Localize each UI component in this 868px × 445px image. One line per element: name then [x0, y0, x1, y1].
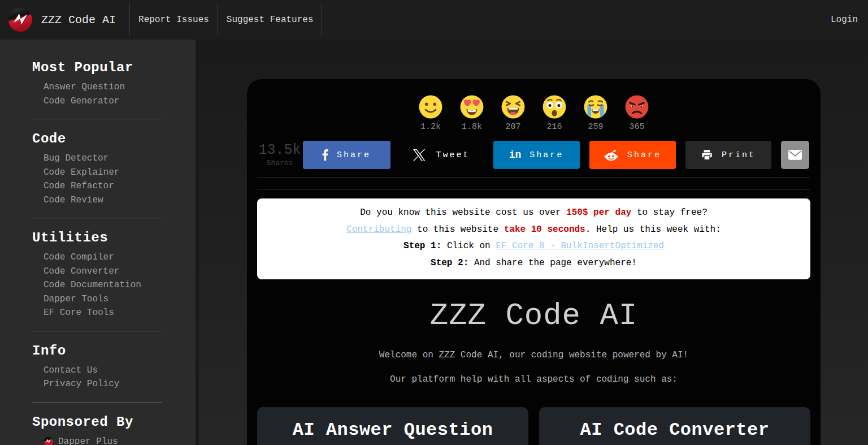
brand-title: ZZZ Code AI [41, 14, 116, 27]
notice-line-1: Do you know this website cost us over 15… [267, 205, 800, 222]
print-button[interactable]: Print [685, 141, 771, 169]
sidebar-divider [32, 331, 162, 331]
sidebar-item-code-explainer[interactable]: Code Explainer [32, 166, 196, 180]
print-icon [701, 149, 713, 161]
share-total: 13.5k Shares [258, 143, 301, 167]
reaction-count: 207 [505, 122, 520, 132]
sidebar-item-privacy-policy[interactable]: Privacy Policy [32, 377, 196, 391]
reddit-icon [604, 149, 619, 161]
share-total-label: Shares [258, 159, 301, 167]
ef-core-link[interactable]: EF Core 8 - BulkInsertOptimized [496, 241, 664, 251]
laughing-emoji-icon [500, 94, 526, 120]
dapper-plus-logo-icon [44, 437, 53, 445]
sidebar-item-code-generator[interactable]: Code Generator [32, 94, 196, 109]
sidebar-section-sponsored: Sponsored By Dapper Plus [32, 414, 196, 445]
facebook-icon [322, 149, 328, 161]
content-card: 1.2k 1.8k [247, 79, 821, 445]
sidebar-divider [32, 218, 162, 218]
print-label: Print [722, 150, 756, 160]
notice-time-highlight: take 10 seconds [504, 224, 585, 235]
slightly-smiling-emoji-icon [418, 94, 444, 120]
reaction-count: 1.2k [420, 122, 441, 132]
donation-notice: Do you know this website cost us over 15… [257, 198, 810, 279]
sidebar-section-utilities: Utilities Code Compiler Code Converter C… [32, 230, 196, 331]
feature-card-code-converter[interactable]: AI Code Converter Provide any code you w… [539, 407, 810, 445]
sidebar-item-contact-us[interactable]: Contact Us [32, 364, 196, 378]
reaction-count: 365 [629, 122, 644, 132]
reddit-share-button[interactable]: Share [589, 141, 676, 169]
reaction-count: 259 [588, 122, 603, 132]
sidebar-heading: Most Popular [32, 60, 196, 75]
linkedin-share-label: Share [530, 150, 563, 160]
sidebar-section-code: Code Bug Detector Code Explainer Code Re… [32, 131, 196, 218]
sidebar-item-bug-detector[interactable]: Bug Detector [32, 152, 196, 166]
nav-spacer [322, 0, 821, 40]
sidebar-divider [32, 119, 162, 119]
sidebar-item-ef-core-tools[interactable]: EF Core Tools [32, 306, 196, 320]
feature-card-answer-question[interactable]: AI Answer Question Write any programming… [257, 407, 528, 445]
astonished-emoji-icon [541, 94, 567, 120]
sponsor-label: Dapper Plus [58, 435, 118, 445]
reaction-slightly-smiling[interactable]: 1.2k [418, 94, 444, 132]
sidebar-heading: Utilities [32, 230, 196, 245]
notice-cost-highlight: 150$ per day [566, 208, 631, 218]
angry-emoji-icon [624, 94, 650, 120]
sidebar-heading: Code [32, 131, 196, 146]
divider [257, 189, 810, 189]
share-total-count: 13.5k [258, 143, 301, 157]
navbar: ZZZ Code AI Report Issues Suggest Featur… [0, 0, 868, 40]
facebook-share-button[interactable]: Share [303, 141, 390, 169]
page-title: ZZZ Code AI [257, 299, 810, 333]
main-content: 1.2k 1.8k [199, 40, 868, 445]
feature-cards: AI Answer Question Write any programming… [257, 407, 810, 445]
hero-section: ZZZ Code AI Welcome on ZZZ Code AI, our … [257, 299, 810, 384]
sidebar-item-answer-question[interactable]: Answer Question [32, 80, 196, 94]
linkedin-share-button[interactable]: in Share [493, 141, 580, 169]
nav-link-suggest-features[interactable]: Suggest Features [218, 0, 322, 40]
tweet-label: Tweet [436, 150, 470, 160]
notice-step-1: Step 1: Click on EF Core 8 - BulkInsertO… [267, 238, 800, 255]
sidebar-section-most-popular: Most Popular Answer Question Code Genera… [32, 60, 196, 119]
reaction-crying[interactable]: 259 [583, 94, 609, 132]
email-icon [788, 149, 802, 161]
share-bar: 13.5k Shares Share Tweet in [257, 141, 810, 169]
notice-step-2: Step 2: And share the page everywhere! [267, 255, 800, 272]
feature-title: AI Code Converter [550, 420, 799, 440]
sidebar-item-dapper-plus[interactable]: Dapper Plus [32, 435, 196, 445]
feature-title: AI Answer Question [268, 420, 517, 440]
reddit-share-label: Share [627, 150, 661, 160]
tweet-button[interactable]: Tweet [400, 141, 484, 169]
sidebar-divider [32, 402, 162, 403]
sidebar-item-code-converter[interactable]: Code Converter [32, 265, 196, 279]
sidebar-item-dapper-tools[interactable]: Dapper Tools [32, 292, 196, 306]
sidebar-item-code-compiler[interactable]: Code Compiler [32, 250, 196, 265]
divider [257, 178, 810, 178]
brand[interactable]: ZZZ Code AI [0, 0, 129, 40]
crying-emoji-icon [583, 94, 609, 120]
email-share-button[interactable] [781, 141, 809, 169]
nav-link-report-issues[interactable]: Report Issues [130, 0, 218, 40]
reaction-count: 1.8k [462, 122, 482, 132]
x-twitter-icon [413, 149, 426, 161]
notice-line-2: Contributing to this website take 10 sec… [267, 222, 800, 239]
contributing-link[interactable]: Contributing [346, 224, 411, 235]
reaction-laughing[interactable]: 207 [500, 94, 526, 132]
reaction-bar: 1.2k 1.8k [257, 94, 810, 132]
sidebar-heading: Sponsored By [32, 414, 196, 430]
welcome-text: Welcome on ZZZ Code AI, our coding websi… [257, 350, 810, 360]
reaction-heart-eyes[interactable]: 1.8k [459, 94, 485, 132]
sidebar-item-code-refactor[interactable]: Code Refactor [32, 179, 196, 193]
reaction-angry[interactable]: 365 [624, 94, 650, 132]
login-link[interactable]: Login [821, 0, 868, 40]
sidebar-section-info: Info Contact Us Privacy Policy [32, 343, 196, 403]
sidebar-item-code-documentation[interactable]: Code Documentation [32, 278, 196, 292]
sidebar: Most Popular Answer Question Code Genera… [0, 40, 199, 445]
sidebar-heading: Info [32, 343, 196, 358]
reaction-astonished[interactable]: 216 [541, 94, 567, 132]
linkedin-icon: in [509, 149, 522, 161]
zzz-logo-icon [8, 7, 33, 32]
facebook-share-label: Share [337, 150, 371, 160]
reaction-count: 216 [546, 122, 562, 132]
heart-eyes-emoji-icon [459, 94, 485, 120]
sidebar-item-code-review[interactable]: Code Review [32, 193, 196, 208]
